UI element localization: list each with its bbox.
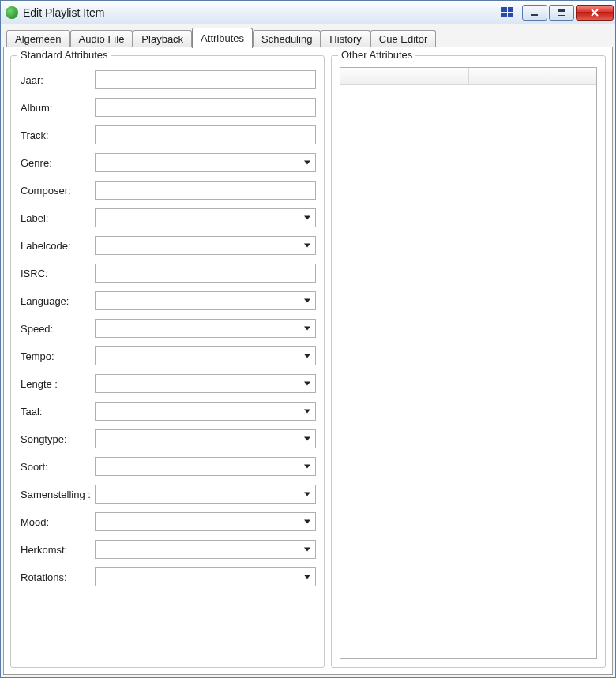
field-label-mood: Mood:: [19, 516, 95, 528]
speed-combobox[interactable]: [95, 319, 316, 338]
tab-cue-editor[interactable]: Cue Editor: [370, 30, 436, 47]
field-row-jaar: Jaar:: [19, 70, 316, 89]
tabstrip: AlgemeenAudio FilePlaybackAttributesSche…: [3, 27, 613, 47]
chevron-down-icon: [304, 465, 310, 469]
field-label-lengte: Lengte :: [19, 378, 95, 390]
isrc-input[interactable]: [95, 264, 316, 283]
field-row-rotations: Rotations:: [19, 567, 316, 586]
field-label-album: Album:: [19, 102, 95, 114]
window-title: Edit Playlist Item: [23, 6, 500, 19]
composer-input[interactable]: [95, 181, 316, 200]
field-row-label: Label:: [19, 208, 316, 227]
close-button[interactable]: [576, 5, 614, 21]
field-label-samenstelling: Samenstelling :: [19, 489, 95, 500]
chevron-down-icon: [304, 493, 310, 496]
tab-history[interactable]: History: [321, 30, 370, 47]
field-label-track: Track:: [19, 129, 95, 141]
maximize-button[interactable]: [549, 5, 574, 21]
list-header-col[interactable]: [469, 68, 597, 84]
field-row-track: Track:: [19, 125, 316, 144]
field-label-genre: Genre:: [19, 157, 95, 169]
field-row-tempo: Tempo:: [19, 346, 316, 365]
lengte-combobox[interactable]: [95, 374, 316, 393]
field-label-label: Label:: [19, 212, 95, 224]
field-row-album: Album:: [19, 98, 316, 117]
field-label-jaar: Jaar:: [19, 74, 95, 86]
group-standard-title: Standard Attributes: [17, 49, 111, 61]
chevron-down-icon: [304, 327, 310, 331]
track-input[interactable]: [95, 125, 316, 144]
field-row-herkomst: Herkomst:: [19, 540, 316, 559]
chevron-down-icon: [304, 354, 310, 358]
chevron-down-icon: [304, 244, 310, 248]
tempo-combobox[interactable]: [95, 346, 316, 365]
songtype-combobox[interactable]: [95, 429, 316, 448]
tab-scheduling[interactable]: Scheduling: [253, 30, 321, 47]
genre-combobox[interactable]: [95, 153, 316, 172]
client-area: AlgemeenAudio FilePlaybackAttributesSche…: [1, 24, 615, 677]
field-label-composer: Composer:: [19, 185, 95, 197]
language-combobox[interactable]: [95, 291, 316, 310]
chevron-down-icon: [304, 520, 310, 524]
rotations-combobox[interactable]: [95, 567, 316, 586]
field-row-composer: Composer:: [19, 181, 316, 200]
tab-algemeen[interactable]: Algemeen: [6, 30, 70, 47]
field-label-herkomst: Herkomst:: [19, 544, 95, 556]
window: Edit Playlist Item AlgemeenAudio FilePla…: [0, 0, 616, 678]
list-header-col[interactable]: [340, 68, 469, 84]
field-row-songtype: Songtype:: [19, 429, 316, 448]
chevron-down-icon: [304, 299, 310, 303]
titlebar: Edit Playlist Item: [1, 1, 615, 24]
field-label-songtype: Songtype:: [19, 433, 95, 445]
field-label-speed: Speed:: [19, 323, 95, 335]
field-label-taal: Taal:: [19, 406, 95, 418]
app-icon: [6, 6, 18, 19]
standard-attributes-form: Jaar:Album:Track:Genre:Composer:Label:La…: [19, 67, 316, 586]
field-row-genre: Genre:: [19, 153, 316, 172]
labelcode-combobox[interactable]: [95, 236, 316, 255]
field-row-isrc: ISRC:: [19, 264, 316, 283]
field-label-labelcode: Labelcode:: [19, 240, 95, 252]
chevron-down-icon: [304, 216, 310, 220]
chevron-down-icon: [304, 437, 310, 441]
group-other-attributes: Other Attributes: [331, 55, 606, 668]
group-other-title: Other Attributes: [338, 49, 415, 61]
flag-icon[interactable]: [500, 6, 517, 20]
label-combobox[interactable]: [95, 208, 316, 227]
other-attributes-list[interactable]: [340, 67, 597, 659]
field-label-language: Language:: [19, 295, 95, 307]
field-row-mood: Mood:: [19, 512, 316, 531]
field-row-language: Language:: [19, 291, 316, 310]
field-row-taal: Taal:: [19, 402, 316, 421]
minimize-button[interactable]: [522, 5, 547, 21]
field-row-soort: Soort:: [19, 457, 316, 476]
tab-audio-file[interactable]: Audio File: [70, 30, 133, 47]
mood-combobox[interactable]: [95, 512, 316, 531]
chevron-down-icon: [304, 410, 310, 414]
group-standard-attributes: Standard Attributes Jaar:Album:Track:Gen…: [10, 55, 325, 668]
field-row-samenstelling: Samenstelling :: [19, 485, 316, 504]
chevron-down-icon: [304, 382, 310, 386]
tab-playback[interactable]: Playback: [133, 30, 192, 47]
chevron-down-icon: [304, 575, 310, 579]
field-label-tempo: Tempo:: [19, 350, 95, 362]
field-row-lengte: Lengte :: [19, 374, 316, 393]
taal-combobox[interactable]: [95, 402, 316, 421]
herkomst-combobox[interactable]: [95, 540, 316, 559]
chevron-down-icon: [304, 548, 310, 552]
tab-attributes[interactable]: Attributes: [192, 28, 253, 48]
field-row-labelcode: Labelcode:: [19, 236, 316, 255]
list-header-row: [340, 68, 596, 85]
field-row-speed: Speed:: [19, 319, 316, 338]
chevron-down-icon: [304, 161, 310, 165]
soort-combobox[interactable]: [95, 457, 316, 476]
samenstelling-combobox[interactable]: [95, 485, 316, 504]
jaar-input[interactable]: [95, 70, 316, 89]
window-controls: [522, 5, 614, 21]
field-label-rotations: Rotations:: [19, 571, 95, 583]
album-input[interactable]: [95, 98, 316, 117]
field-label-soort: Soort:: [19, 461, 95, 473]
field-label-isrc: ISRC:: [19, 268, 95, 279]
tab-panel-attributes: Standard Attributes Jaar:Album:Track:Gen…: [3, 47, 613, 675]
